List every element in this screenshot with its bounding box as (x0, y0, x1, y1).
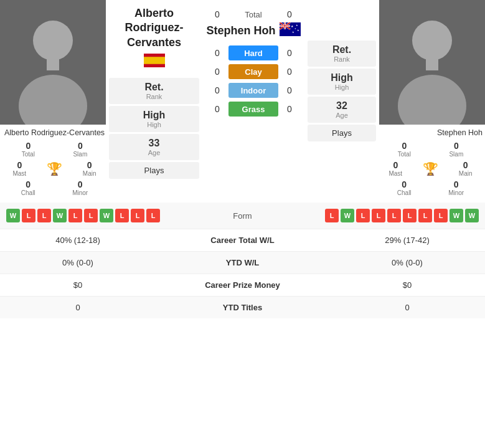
form-pill-w: W (6, 209, 20, 222)
spain-flag (144, 54, 165, 70)
right-stats-row1: 0 Total 0 Slam (379, 140, 483, 159)
right-player-column: Stephen Hoh 0 Total 0 Slam 0 Mas (376, 0, 485, 198)
left-player-name-center: Alberto Rodriguez-Cervantes (109, 6, 199, 50)
right-stats-row2: 0 Mast 🏆 0 Main (379, 159, 483, 178)
left-stats-row3: 0 Chall 0 Minor (2, 178, 106, 198)
right-stats-row3: 0 Chall 0 Minor (379, 178, 483, 198)
right-player-name-area: Stephen Hoh (207, 22, 301, 39)
svg-rect-6 (144, 57, 165, 64)
right-main: 0 Main (459, 160, 473, 177)
form-pill-l: L (325, 209, 339, 222)
career-total-row: 40% (12-18) Career Total W/L 29% (17-42) (0, 229, 485, 251)
form-label: Form (160, 211, 325, 221)
svg-point-1 (33, 21, 73, 60)
form-pill-w: W (100, 209, 113, 222)
ytd-titles-right: 0 (339, 303, 476, 312)
form-pill-l: L (84, 209, 98, 222)
right-form-pills: LWLLLLLLWW (325, 209, 479, 222)
left-main: 0 Main (83, 160, 97, 177)
ytd-titles-left: 0 (9, 303, 146, 312)
form-pill-w: W (53, 209, 67, 222)
left-form-pills: WLLWLLWLLL (6, 209, 160, 222)
form-pill-l: L (37, 209, 51, 222)
left-player-stats: 0 Total 0 Slam 0 Mast 🏆 0 (0, 140, 109, 198)
form-pill-l: L (434, 209, 448, 222)
right-player-stats: 0 Total 0 Slam 0 Mast 🏆 0 (376, 140, 485, 198)
svg-text:★: ★ (292, 31, 294, 34)
left-rank-card: Ret. Rank (109, 78, 199, 104)
right-age-card: 32 Age (308, 97, 376, 123)
players-comparison: Alberto Rodriguez-Cervantes 0 Total 0 Sl… (0, 0, 485, 198)
ytd-titles-row: 0 YTD Titles 0 (0, 296, 485, 318)
right-mast: 0 Mast (388, 160, 402, 177)
right-slam: 0 Slam (449, 141, 463, 158)
indoor-badge: Indoor (228, 83, 278, 98)
right-chall: 0 Chall (397, 179, 412, 196)
form-pill-w: W (341, 209, 354, 222)
ytd-wl-label: YTD W/L (146, 258, 339, 267)
left-stats-row2: 0 Mast 🏆 0 Main (2, 159, 106, 178)
center-column: Alberto Rodriguez-Cervantes Ret. Rank Hi… (109, 0, 199, 198)
hard-row: 0 Hard 0 (211, 45, 296, 60)
career-prize-left: $0 (9, 280, 146, 290)
career-total-left: 40% (12-18) (9, 236, 146, 245)
right-minor: 0 Minor (448, 179, 464, 196)
left-player-name: Alberto Rodriguez-Cervantes (0, 125, 109, 140)
left-slam: 0 Slam (73, 141, 87, 158)
career-total-label: Career Total W/L (146, 236, 339, 245)
hard-badge: Hard (228, 45, 278, 60)
form-pill-l: L (356, 209, 370, 222)
form-pill-l: L (131, 209, 144, 222)
left-mast: 0 Mast (12, 160, 26, 177)
ytd-wl-left: 0% (0-0) (9, 258, 146, 267)
form-pill-l: L (68, 209, 82, 222)
total-row: 0 Total 0 (211, 9, 296, 19)
left-player-photo (0, 0, 106, 125)
form-pill-l: L (115, 209, 129, 222)
form-row: WLLWLLWLLL Form LWLLLLLLWW (6, 209, 479, 222)
career-prize-label: Career Prize Money (146, 280, 339, 290)
form-pill-w: W (450, 209, 463, 222)
left-stats-row1: 0 Total 0 Slam (2, 140, 106, 159)
left-chall: 0 Chall (21, 179, 35, 196)
right-total: 0 Total (398, 141, 411, 158)
ytd-titles-label: YTD Titles (146, 303, 339, 312)
right-plays-card: Plays (308, 125, 376, 141)
trophy-icon-left: 🏆 (47, 160, 62, 177)
grass-badge: Grass (228, 102, 278, 117)
career-prize-row: $0 Career Prize Money $0 (0, 274, 485, 296)
right-player-name: Stephen Hoh (435, 125, 485, 140)
bottom-stats-table: 40% (12-18) Career Total W/L 29% (17-42)… (0, 229, 485, 318)
right-rank-cards: Ret. Rank High High 32 Age Plays (308, 37, 376, 145)
form-pill-l: L (146, 209, 160, 222)
grass-row: 0 Grass 0 (211, 102, 296, 117)
svg-text:★: ★ (294, 27, 296, 30)
left-player-column: Alberto Rodriguez-Cervantes 0 Total 0 Sl… (0, 0, 109, 198)
right-high-card: High High (308, 69, 376, 95)
svg-point-23 (412, 21, 452, 60)
left-high-card: High High (109, 106, 199, 132)
ytd-wl-row: 0% (0-0) YTD W/L 0% (0-0) (0, 251, 485, 274)
left-age-card: 33 Age (109, 134, 199, 160)
svg-text:★: ★ (297, 29, 299, 32)
svg-text:★: ★ (296, 24, 298, 27)
career-total-right: 29% (17-42) (339, 236, 476, 245)
form-pill-l: L (22, 209, 35, 222)
form-section: WLLWLLWLLL Form LWLLLLLLWW (0, 203, 485, 229)
left-total: 0 Total (22, 141, 35, 158)
form-pill-l: L (372, 209, 385, 222)
left-rank-cards: Ret. Rank High High 33 Age Plays (109, 75, 199, 182)
clay-row: 0 Clay 0 (211, 64, 296, 79)
form-pill-l: L (387, 209, 401, 222)
svg-rect-16 (280, 26, 290, 26)
career-prize-right: $0 (339, 280, 476, 290)
form-pill-w: W (465, 209, 479, 222)
indoor-row: 0 Indoor 0 (211, 83, 296, 98)
svg-rect-25 (426, 58, 438, 70)
right-rank-card: Ret. Rank (308, 41, 376, 67)
form-pill-l: L (418, 209, 432, 222)
ytd-wl-right: 0% (0-0) (339, 258, 476, 267)
form-pill-l: L (403, 209, 417, 222)
right-center-column: Ret. Rank High High 32 Age Plays (308, 0, 376, 198)
right-player-name-center: Stephen Hoh (207, 24, 276, 37)
